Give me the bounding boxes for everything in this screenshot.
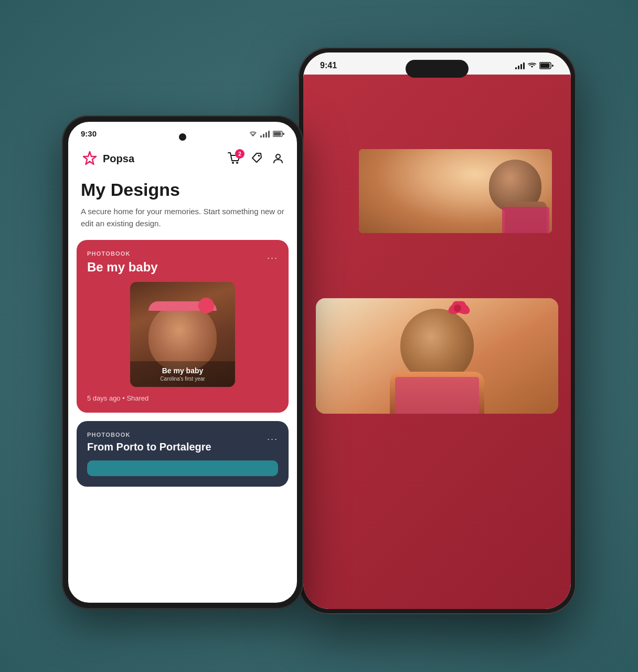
card-cta-button [87,460,278,476]
svg-rect-8 [540,64,550,68]
card-meta-1: 5 days ago • Shared [87,394,278,402]
logo-container: Popsa [81,150,134,167]
wifi-icon-right [528,62,536,69]
signal-icon-right [515,62,525,69]
baby-clothing [502,207,549,233]
status-time-right: 9:41 [320,61,337,70]
tag-button[interactable] [251,152,262,165]
page-subtitle: A secure home for your memories. Start s… [68,204,297,240]
book-title-overlay: Be my baby Carolina's first year [130,361,235,387]
photo-main-1 [359,149,552,233]
svg-rect-2 [283,133,284,135]
cart-button[interactable]: 2 [228,152,241,165]
baby-photo-2 [316,298,558,414]
card-menu-2[interactable]: ... [267,432,278,443]
popsa-logo-icon [81,150,99,167]
photo-page-card-1 [316,143,558,258]
cart-badge: 2 [235,149,244,159]
battery-icon-right [539,62,554,69]
card-image-1: Be my baby Carolina's first year [130,282,235,387]
photo-strip-1 [322,149,354,233]
camera-hole [179,133,186,141]
wifi-icon-left [249,131,257,137]
status-icons-right [515,62,554,69]
card-type-label-1: PHOTOBOOK [87,250,278,257]
phones-container: 9:30 [62,47,576,625]
svg-point-5 [258,155,260,157]
design-card-photobook-2[interactable]: PHOTOBOOK From Porto to Portalegre ... [77,421,289,487]
baby-photo-1 [359,149,552,233]
battery-icon-left [273,131,284,137]
profile-button[interactable] [272,152,284,165]
book-overlay-title: Be my baby [136,366,229,375]
card-type-label-2: PHOTOBOOK [87,432,278,438]
card-title-2: From Porto to Portalegre [87,441,278,453]
profile-icon [272,152,284,165]
svg-rect-1 [274,132,281,135]
svg-point-3 [232,162,234,164]
photo-strip-content-1 [322,149,354,233]
dynamic-island [406,60,469,78]
app-header: Popsa 2 [68,141,297,176]
header-icons: 2 [228,152,284,165]
status-icons-left [249,130,284,138]
photo-page-card-2 [316,298,558,414]
photo-page-inner-1 [316,143,558,239]
phone-right: 9:41 [298,47,576,614]
svg-point-6 [276,154,280,159]
card-title-1: Be my baby [87,260,278,275]
svg-point-4 [236,162,238,164]
design-card-photobook-1[interactable]: PHOTOBOOK Be my baby ... Be my baby [77,240,289,413]
page-title: My Designs [68,176,297,204]
card-menu-1[interactable]: ... [267,250,278,261]
signal-icon-left [260,130,270,138]
phone-left: 9:30 [62,116,303,609]
baby-head-photo-2 [400,309,474,382]
status-time-left: 9:30 [81,129,97,138]
logo-text: Popsa [103,153,134,165]
tag-icon [251,152,262,165]
book-overlay-subtitle: Carolina's first year [136,376,229,382]
